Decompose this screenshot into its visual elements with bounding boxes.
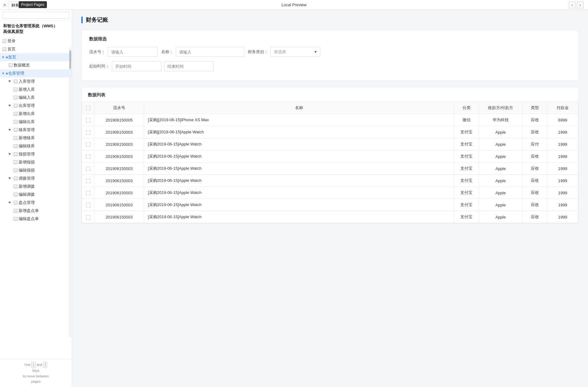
row-checkbox-4[interactable] (86, 167, 90, 171)
triangle-down-icon (7, 200, 12, 205)
sidebar-item-warehouse[interactable]: ▼ ■ 仓库管理 (0, 69, 72, 77)
page-title-bar: 财务记账 (81, 16, 579, 24)
sidebar-item-edit-inbound[interactable]: □ 编辑入库 (0, 94, 72, 102)
page-icon: □ (14, 144, 17, 148)
row-checkbox-cell-3 (82, 150, 94, 163)
name-input[interactable] (176, 47, 244, 57)
category-select[interactable]: 请选择 ▼ (271, 47, 320, 57)
nav-next-button[interactable]: › (577, 2, 584, 8)
table-header-row: 流水号 名称 分类 收款方/付款方 类型 付款金 (82, 102, 578, 114)
name-field: 名称： (161, 47, 244, 57)
header-amount: 付款金 (547, 102, 578, 114)
row-serial-1: 201906150003 (94, 126, 144, 138)
sidebar-item-login[interactable]: □ 登录 (0, 37, 72, 45)
sidebar-item-transfer[interactable]: □ 移库管理 (0, 126, 72, 134)
header-checkbox-cell (82, 102, 94, 114)
sidebar-item-edit-outbound[interactable]: □ 编辑出库 (0, 118, 72, 126)
filter-row-1: 流水号： 名称： 财务类别： 请选择 ▼ (89, 47, 571, 57)
sidebar-item-add-outbound[interactable]: □ 新增出库 (0, 110, 72, 118)
header-category: 分类 (454, 102, 479, 114)
nav-prev-button[interactable]: ‹ (569, 2, 576, 8)
row-type-4: 应收 (522, 163, 547, 175)
page-icon: □ (14, 168, 17, 172)
project-pages-tooltip: Project Pages (19, 1, 47, 8)
row-checkbox-1[interactable] (86, 130, 90, 135)
sidebar-item-dispatch[interactable]: □ 调拨管理 (0, 174, 72, 182)
row-checkbox-3[interactable] (86, 154, 90, 159)
page-icon: □ (14, 112, 17, 116)
row-checkbox-5[interactable] (86, 179, 90, 183)
row-checkbox-cell-7 (82, 199, 94, 211)
table-row: 201906150003 [采购2019-06-15]Apple Watch 支… (82, 211, 578, 223)
row-name-2: [采购2019-06-15]Apple Watch (144, 138, 454, 150)
sidebar-search-input[interactable] (2, 12, 69, 19)
row-checkbox-7[interactable] (86, 203, 90, 207)
sidebar-item-damage[interactable]: □ 报损管理 (0, 150, 72, 158)
row-type-7: 应收 (522, 199, 547, 211)
row-category-3: 支付宝 (454, 150, 479, 163)
sidebar-item-inventory[interactable]: □ 盘点管理 (0, 199, 72, 207)
row-checkbox-6[interactable] (86, 191, 90, 195)
sidebar-item-inbound[interactable]: □ 入库管理 (0, 77, 72, 85)
row-type-1: 应收 (522, 126, 547, 138)
time-range-field: 起始时间： (89, 61, 214, 71)
top-bar-left: ✕ 财务记账 (34 of 62) Project Pages (3, 1, 46, 9)
page-icon: □ (14, 152, 17, 156)
sidebar-item-edit-inventory[interactable]: □ 编辑盘点单 (0, 215, 72, 223)
close-icon[interactable]: ✕ (3, 3, 6, 7)
sidebar-header: 和智云仓库管理系统（WMS） 高保真原型 (0, 21, 72, 36)
preview-title: Local Preview (281, 2, 307, 7)
folder-icon: ▼ ■ (2, 55, 7, 59)
row-amount-7: 1999 (547, 199, 578, 211)
page-icon: □ (2, 39, 6, 43)
nav-arrows: ‹ › (569, 2, 584, 8)
sidebar-item-edit-transfer[interactable]: □ 编辑移库 (0, 142, 72, 150)
serial-input[interactable] (108, 47, 157, 57)
row-checkbox-8[interactable] (86, 215, 90, 219)
row-checkbox-0[interactable] (86, 118, 90, 122)
sidebar-item-add-inventory[interactable]: □ 新增盘点单 (0, 207, 72, 215)
sidebar-item-add-dispatch[interactable]: □ 新增调拨 (0, 182, 72, 191)
row-serial-7: 201906150003 (94, 199, 144, 211)
sidebar-item-add-transfer[interactable]: □ 新增移库 (0, 134, 72, 142)
sidebar-item-data-overview[interactable]: □ 数据概览 (0, 61, 72, 69)
triangle-down-icon (7, 176, 12, 181)
sidebar-item-add-damage[interactable]: □ 新增报损 (0, 158, 72, 166)
sidebar-item-edit-dispatch[interactable]: □ 编辑调拨 (0, 191, 72, 199)
header-checkbox[interactable] (86, 106, 90, 110)
row-checkbox-2[interactable] (86, 142, 90, 147)
sidebar-item-home-folder[interactable]: ▼ ■ 首页 (0, 53, 72, 61)
page-icon: □ (14, 80, 17, 83)
row-type-3: 应收 (522, 150, 547, 163)
page-icon: □ (14, 185, 17, 188)
row-payer-1: Apple (479, 126, 522, 138)
row-checkbox-cell-2 (82, 138, 94, 150)
row-payer-0: 华为科技 (479, 114, 522, 126)
page-icon: □ (14, 96, 17, 99)
row-category-2: 支付宝 (454, 138, 479, 150)
row-amount-6: 1999 (547, 187, 578, 199)
table-row: 201906150003 [采购2019-06-15]Apple Watch 支… (82, 138, 578, 150)
table-row: 201906150005 [采购][2019-06-15]iPhone XS M… (82, 114, 578, 126)
sidebar-search (0, 10, 72, 21)
sidebar-item-add-inbound[interactable]: □ 新增入库 (0, 85, 72, 94)
row-amount-3: 1999 (547, 150, 578, 163)
scroll-thumb[interactable] (69, 50, 71, 69)
row-name-5: [采购2019-06-15]Apple Watch (144, 175, 454, 187)
end-time-input[interactable] (164, 61, 214, 71)
start-time-input[interactable] (112, 61, 162, 71)
serial-field: 流水号： (89, 47, 157, 57)
row-serial-6: 201906150003 (94, 187, 144, 199)
sidebar-item-home-link[interactable]: □ 首页 (0, 45, 72, 53)
row-type-5: 应收 (522, 175, 547, 187)
table-row: 201906150003 [采购2019-06-15]Apple Watch 支… (82, 163, 578, 175)
start-time-label: 起始时间： (89, 63, 109, 69)
sidebar-item-outbound[interactable]: □ 出库管理 (0, 102, 72, 110)
row-type-8: 应收 (522, 211, 547, 223)
hint-key-right: } (43, 362, 47, 368)
page-icon: □ (14, 104, 17, 108)
header-serial: 流水号 (94, 102, 144, 114)
row-name-6: [采购2019-06-15]Apple Watch (144, 187, 454, 199)
sidebar-item-edit-damage[interactable]: □ 编辑报损 (0, 166, 72, 174)
page-icon: □ (14, 160, 17, 164)
